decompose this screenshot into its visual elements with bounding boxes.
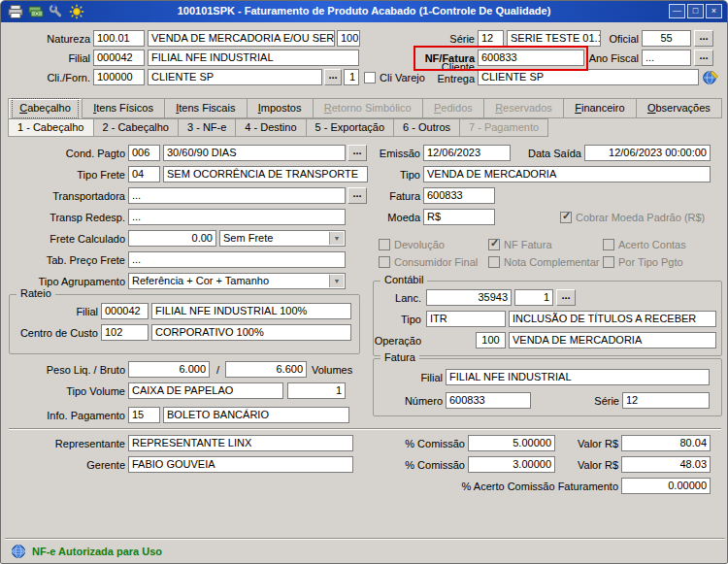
lanc-seq-field[interactable]: 1 bbox=[514, 289, 553, 306]
tab-itens-fiscais[interactable]: Itens Fiscais bbox=[165, 98, 248, 118]
transp-redesp-field[interactable]: ... bbox=[128, 209, 346, 225]
minimize-button[interactable]: — bbox=[669, 4, 685, 18]
natureza-extra-field[interactable]: 100 bbox=[337, 30, 360, 47]
cli-varejo-checkbox[interactable] bbox=[364, 72, 376, 83]
data-saida-field[interactable]: 12/06/2023 00:00:00 bbox=[584, 145, 711, 161]
natureza-desc-field[interactable]: VENDA DE MERCADORIA E/OU SERVI bbox=[148, 30, 335, 47]
transportadora-field[interactable]: ... bbox=[128, 187, 346, 204]
subtab-2-cabecalho[interactable]: 2 - Cabeçalho bbox=[94, 118, 180, 137]
cliente-entrega-field[interactable]: CLIENTE SP bbox=[478, 69, 699, 85]
peso-bruto-field[interactable]: 6.600 bbox=[225, 361, 307, 378]
fatura-filial-field[interactable]: FILIAL NFE INDUSTRIAL bbox=[446, 369, 710, 385]
acerto-comissao-field[interactable]: 0.00000 bbox=[621, 478, 711, 494]
oficial-field[interactable]: 55 bbox=[642, 30, 691, 47]
cli-forn-code-field[interactable]: 100000 bbox=[93, 69, 145, 85]
transp-redesp-label: Transp Redesp. bbox=[9, 210, 125, 225]
lanc-field[interactable]: 35943 bbox=[426, 289, 512, 306]
lanc-browse-button[interactable]: ... bbox=[556, 289, 576, 306]
cond-pagto-code-field[interactable]: 006 bbox=[128, 145, 160, 161]
numero-field[interactable]: 600833 bbox=[446, 392, 531, 409]
tab-impostos[interactable]: Impostos bbox=[248, 98, 314, 118]
ano-fiscal-field[interactable]: ... bbox=[642, 50, 691, 66]
contabil-tipo-label: Tipo bbox=[363, 312, 421, 327]
centro-custo-desc-field[interactable]: CORPORATIVO 100% bbox=[151, 324, 351, 341]
wrench-icon[interactable] bbox=[49, 4, 64, 19]
subtab-4-destino[interactable]: 4 - Destino bbox=[236, 118, 306, 137]
moeda-field[interactable]: R$ bbox=[423, 209, 495, 225]
contabil-tipo-desc-field[interactable]: INCLUSÃO DE TÍTULOS A RECEBER bbox=[509, 311, 716, 327]
peso-liquido-field[interactable]: 6.000 bbox=[128, 361, 210, 378]
tab-cabecalho[interactable]: Cabeçalho bbox=[8, 98, 83, 118]
natureza-label: Natureza bbox=[9, 31, 90, 47]
section-divider bbox=[9, 428, 721, 430]
representante-field[interactable]: REPRESENTANTE LINX bbox=[128, 435, 353, 451]
cli-forn-desc-field[interactable]: CLIENTE SP bbox=[148, 69, 322, 85]
tab-preco-frete-field[interactable]: ... bbox=[128, 251, 346, 268]
filial-desc-field[interactable]: FILIAL NFE INDUSTRIAL bbox=[148, 50, 359, 66]
close-button[interactable]: × bbox=[706, 4, 722, 18]
fatura-serie-field[interactable]: 12 bbox=[622, 392, 710, 409]
rateio-filial-desc-field[interactable]: FILIAL NFE INDUSTRIAL 100% bbox=[151, 303, 351, 319]
emissao-field[interactable]: 12/06/2023 bbox=[423, 145, 511, 161]
subtab-1-cabecalho[interactable]: 1 - Cabeçalho bbox=[8, 118, 94, 137]
peso-label: Peso Liq. / Bruto bbox=[9, 362, 125, 378]
gerente-label: Gerente bbox=[9, 457, 125, 473]
tab-itens-fisicos[interactable]: Itens Físicos bbox=[83, 98, 165, 118]
cli-forn-browse-button[interactable]: ... bbox=[324, 69, 342, 85]
pct-comissao-rep-label: % Comissão bbox=[397, 436, 465, 451]
cli-forn-seq-field[interactable]: 1 bbox=[344, 69, 359, 85]
titlebar: 100101SPK - Faturamento de Produto Acaba… bbox=[1, 1, 727, 22]
operacao-desc-field[interactable]: VENDA DE MERCADORIA bbox=[509, 332, 716, 348]
nf-fatura-field[interactable]: 600833 bbox=[478, 50, 584, 66]
gerente-field[interactable]: FABIO GOUVEIA bbox=[128, 456, 353, 473]
nota-complementar-checkbox bbox=[488, 256, 500, 268]
ano-fiscal-browse-button[interactable]: ... bbox=[694, 50, 713, 66]
info-pagamento-desc-field[interactable]: BOLETO BANCÁRIO bbox=[163, 407, 349, 423]
tipo-volume-field[interactable]: CAIXA DE PAPELAO bbox=[128, 382, 283, 399]
frete-calculado-field[interactable]: 0.00 bbox=[128, 230, 216, 247]
sun-icon[interactable] bbox=[69, 4, 84, 19]
fatura-label: Fatura bbox=[321, 188, 420, 204]
cond-pagto-desc-field[interactable]: 30/60/90 DIAS bbox=[163, 145, 346, 161]
operacao-code-field[interactable]: 100 bbox=[476, 332, 506, 348]
moeda-label: Moeda bbox=[321, 210, 420, 225]
globe-edit-icon[interactable] bbox=[702, 69, 718, 85]
valor-rep-field[interactable]: 80.04 bbox=[621, 435, 711, 451]
serie-browse-button[interactable]: ... bbox=[694, 30, 713, 47]
filial-code-field[interactable]: 000042 bbox=[93, 50, 145, 66]
money-icon[interactable] bbox=[28, 4, 44, 19]
pct-comissao-ger-field[interactable]: 3.00000 bbox=[468, 456, 555, 473]
frete-tipo-combobox[interactable]: Sem Frete ▼ bbox=[219, 230, 346, 247]
fatura-field[interactable]: 600833 bbox=[423, 187, 495, 204]
subtab-3-nfe[interactable]: 3 - NF-e bbox=[179, 118, 236, 137]
printer-icon[interactable] bbox=[8, 4, 23, 19]
tab-observacoes[interactable]: Observações bbox=[637, 98, 722, 118]
oficial-label: Oficial bbox=[598, 31, 639, 47]
pct-comissao-rep-field[interactable]: 5.00000 bbox=[468, 435, 555, 451]
devolucao-checkbox bbox=[379, 239, 390, 250]
tipo-agrupamento-combobox[interactable]: Referência + Cor + Tamanho ▼ bbox=[128, 273, 346, 289]
subtab-6-outros[interactable]: 6 - Outros bbox=[394, 118, 460, 137]
contabil-tipo-code-field[interactable]: ITR bbox=[426, 311, 506, 327]
tab-financeiro[interactable]: Financeiro bbox=[564, 98, 637, 118]
serie-code-field[interactable]: 12 bbox=[478, 30, 504, 47]
centro-custo-label: Centro de Custo bbox=[15, 325, 98, 341]
maximize-button[interactable]: □ bbox=[687, 4, 704, 18]
nota-complementar-label: Nota Complementar bbox=[504, 254, 603, 270]
cobrar-moeda-label: Cobrar Moeda Padrão (R$) bbox=[576, 210, 721, 225]
natureza-code-field[interactable]: 100.01 bbox=[93, 30, 145, 47]
tipo-field[interactable]: VENDA DE MERCADORIA bbox=[423, 166, 711, 182]
info-pagamento-code-field[interactable]: 15 bbox=[128, 407, 160, 423]
valor-ger-field[interactable]: 48.03 bbox=[621, 456, 711, 473]
centro-custo-code-field[interactable]: 102 bbox=[101, 324, 149, 341]
subtab-5-exportacao[interactable]: 5 - Exportação bbox=[307, 118, 395, 137]
rateio-filial-code-field[interactable]: 000042 bbox=[101, 303, 149, 319]
cond-pagto-label: Cond. Pagto bbox=[9, 146, 125, 161]
serie-desc-field[interactable]: SERIE TESTE 01.1 bbox=[507, 30, 601, 47]
chevron-down-icon[interactable]: ▼ bbox=[329, 232, 344, 245]
tab-itens-fisicos-label: Itens Físicos bbox=[86, 99, 160, 117]
tipo-frete-code-field[interactable]: 04 bbox=[128, 166, 160, 182]
titlebar-toolbar bbox=[8, 4, 84, 19]
volumes-field[interactable]: 1 bbox=[287, 382, 346, 399]
frete-tipo-value: Sem Frete bbox=[223, 232, 273, 244]
